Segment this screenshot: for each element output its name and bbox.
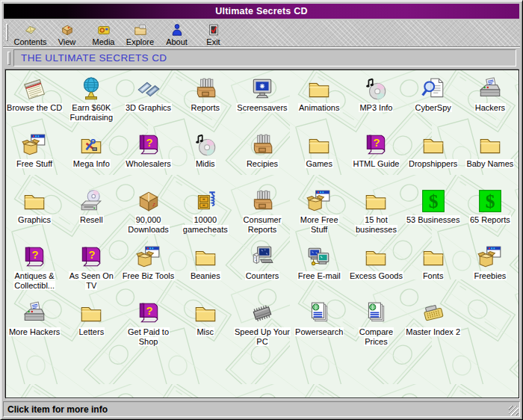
grid-item-label: Baby Names [465, 159, 514, 169]
toolbar-grip[interactable] [6, 24, 8, 41]
grid-item-label: Consumer Reports [234, 215, 291, 235]
media-player-icon [96, 22, 111, 37]
grid-item-antiques-collectibl[interactable]: ?Antiques & Collectibl... [6, 240, 63, 296]
grid-item-games[interactable]: Games [291, 128, 347, 184]
toolbar-button-media[interactable]: Media [85, 22, 122, 46]
view-box-icon [60, 22, 75, 37]
svg-text:?: ? [146, 137, 152, 149]
grid-item-90-000-downloads[interactable]: 90,000 Downloads [120, 184, 176, 240]
grid-item-compare-prices[interactable]: Compare Prices [347, 296, 404, 352]
grid-item-label: HTML Guide [352, 159, 400, 169]
grid-item-label: Misc [196, 327, 214, 337]
grid-item-earn-60k-fundraising[interactable]: Earn $60K Fundraising [63, 72, 120, 128]
grid-item-label: Speed Up Your PC [234, 327, 291, 347]
grid-item-fonts[interactable]: Fonts [405, 240, 462, 296]
toolbar-button-contents[interactable]: Contents [12, 22, 49, 46]
grid-item-free-e-mail[interactable]: Free E-mail [291, 240, 347, 296]
grid-item-label: Free Biz Tools [122, 271, 176, 281]
folder-icon [363, 187, 389, 214]
toolbar-button-explore[interactable]: Explore [122, 22, 158, 46]
zip-icon [193, 187, 218, 214]
grid-item-beanies[interactable]: Beanies [177, 240, 234, 296]
question-book-icon: ? [22, 243, 47, 270]
grid-item-3d-graphics[interactable]: 3D Graphics [120, 72, 176, 128]
grid-item-mp3-info[interactable]: MP3 Info [347, 72, 404, 128]
grid-item-misc[interactable]: Misc [177, 296, 234, 352]
toolbar-button-about[interactable]: About [158, 22, 195, 46]
grid-item-free-stuff[interactable]: Free Stuff [6, 128, 63, 184]
grid-item-as-seen-on-tv[interactable]: ?As Seen On TV [63, 240, 120, 296]
grid-item-65-reports[interactable]: $65 Reports [462, 184, 519, 240]
card-file-icon [250, 187, 275, 214]
grid-item-dropshippers[interactable]: Dropshippers [405, 128, 462, 184]
grid-item-free-biz-tools[interactable]: Free Biz Tools [120, 240, 176, 296]
folder-icon [363, 243, 389, 270]
grid-item-label: Excess Goods [349, 271, 403, 281]
grid-item-baby-names[interactable]: Baby Names [462, 128, 519, 184]
network-icon [306, 243, 332, 270]
grid-item-screensavers[interactable]: Screensavers [234, 72, 291, 128]
grid-item-more-hackers[interactable]: More Hackers [6, 296, 63, 352]
grid-item-label: Letters [78, 327, 105, 337]
grid-item-midis[interactable]: Midis [177, 128, 234, 184]
index-device-icon [421, 299, 446, 326]
titlebar[interactable]: Ultimate Secrets CD [4, 4, 519, 19]
grid-item-master-index-2[interactable]: Master Index 2 [405, 296, 462, 352]
package-icon [136, 187, 161, 214]
grid-item-browse-the-cd[interactable]: Browse the CD [6, 72, 63, 128]
chip-icon [250, 299, 275, 326]
grid-item-get-paid-to-shop[interactable]: ?Get Paid to Shop [120, 296, 176, 352]
toolbar-button-view[interactable]: View [49, 22, 85, 46]
printer-icon [477, 75, 503, 102]
grid-item-counters[interactable]: Counters [234, 240, 291, 296]
grid-item-speed-up-your-pc[interactable]: Speed Up Your PC [234, 296, 291, 352]
grid-item-powersearch[interactable]: Powersearch [291, 296, 347, 352]
web-documents-icon [306, 299, 332, 326]
grid-item-cyberspy[interactable]: CyberSpy [405, 72, 462, 128]
toolbar-button-label: View [58, 37, 76, 46]
cd-drive-icon [78, 187, 104, 214]
resize-grip-icon[interactable] [509, 406, 519, 416]
grid-item-wholesalers[interactable]: ?Wholesalers [120, 128, 176, 184]
grid-item-letters[interactable]: Letters [63, 296, 120, 352]
grid-item-excess-goods[interactable]: Excess Goods [347, 240, 404, 296]
grid-item-label: Beanies [190, 271, 221, 281]
grid-item-mega-info[interactable]: Mega Info [63, 128, 120, 184]
printer-icon [22, 299, 47, 326]
explore-folder-icon [133, 22, 148, 37]
folder-icon [22, 187, 47, 214]
grid-item-label: Counters [245, 271, 280, 281]
grid-item-animations[interactable]: Animations [291, 72, 347, 128]
grid-item-resell[interactable]: Resell [63, 184, 120, 240]
grid-item-consumer-reports[interactable]: Consumer Reports [234, 184, 291, 240]
grid-item-html-guide[interactable]: ?HTML Guide [347, 128, 404, 184]
header-grip[interactable] [7, 52, 10, 65]
grid-item-reports[interactable]: Reports [177, 72, 234, 128]
grid-item-label: MP3 Info [359, 103, 393, 113]
icon-grid: Browse the CDEarn $60K Fundraising3D Gra… [6, 70, 519, 352]
grid-item-label: More Hackers [8, 327, 61, 337]
grid-item-15-hot-businesses[interactable]: 15 hot businesses [347, 184, 404, 240]
grid-item-freebies[interactable]: Freebies [462, 240, 519, 296]
grid-item-recipies[interactable]: Recipies [234, 128, 291, 184]
grid-item-label: Browse the CD [6, 103, 63, 113]
grid-item-hackers[interactable]: Hackers [462, 72, 519, 128]
grid-item-label: Wholesalers [125, 159, 172, 169]
toolbar-button-exit[interactable]: Exit [195, 22, 232, 46]
grid-item-label: Master Index 2 [405, 327, 461, 337]
folder-icon [306, 75, 332, 102]
grid-item-graphics[interactable]: Graphics [6, 184, 63, 240]
grid-item-label: Fonts [422, 271, 445, 281]
grid-item-more-free-stuff[interactable]: More Free Stuff [291, 184, 347, 240]
grid-item-53-businesses[interactable]: $53 Businesses [405, 184, 462, 240]
status-text: Click item for more info [7, 404, 108, 415]
grid-item-label: Games [305, 159, 332, 169]
svg-text:$: $ [486, 191, 495, 212]
grid-item-label: Reports [191, 103, 221, 113]
folder-icon [421, 243, 446, 270]
grid-item-10000-gamecheats[interactable]: 10000 gamecheats [177, 184, 234, 240]
grid-item-label: As Seen On TV [63, 271, 120, 291]
grid-item-label: Freebies [473, 271, 507, 281]
grid-item-label: More Free Stuff [291, 215, 347, 235]
toolbar-button-label: Exit [206, 37, 220, 46]
